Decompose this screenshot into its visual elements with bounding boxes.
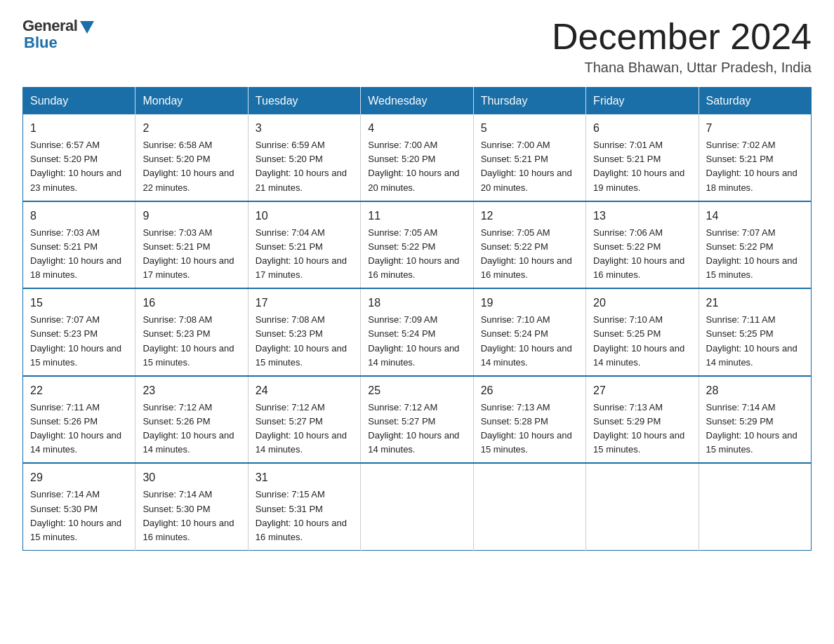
calendar-day-cell: 22 Sunrise: 7:11 AMSunset: 5:26 PMDaylig…: [23, 376, 135, 464]
calendar-week-row: 8 Sunrise: 7:03 AMSunset: 5:21 PMDayligh…: [23, 201, 812, 289]
calendar-day-cell: 27 Sunrise: 7:13 AMSunset: 5:29 PMDaylig…: [586, 376, 699, 464]
day-of-week-header: Sunday: [23, 88, 135, 115]
day-info: Sunrise: 7:12 AMSunset: 5:27 PMDaylight:…: [256, 402, 347, 455]
day-info: Sunrise: 7:03 AMSunset: 5:21 PMDaylight:…: [30, 227, 121, 280]
day-info: Sunrise: 7:11 AMSunset: 5:26 PMDaylight:…: [30, 402, 121, 455]
calendar-week-row: 29 Sunrise: 7:14 AMSunset: 5:30 PMDaylig…: [23, 463, 812, 550]
calendar-day-cell: 1 Sunrise: 6:57 AMSunset: 5:20 PMDayligh…: [23, 114, 135, 201]
calendar-day-cell: 3 Sunrise: 6:59 AMSunset: 5:20 PMDayligh…: [248, 114, 360, 201]
day-number: 19: [481, 295, 578, 311]
calendar-week-row: 15 Sunrise: 7:07 AMSunset: 5:23 PMDaylig…: [23, 288, 812, 376]
day-info: Sunrise: 7:00 AMSunset: 5:20 PMDaylight:…: [368, 140, 459, 192]
day-number: 30: [143, 469, 240, 486]
calendar-day-cell: 15 Sunrise: 7:07 AMSunset: 5:23 PMDaylig…: [23, 288, 135, 376]
day-info: Sunrise: 7:03 AMSunset: 5:21 PMDaylight:…: [143, 227, 234, 280]
day-info: Sunrise: 7:13 AMSunset: 5:29 PMDaylight:…: [593, 402, 684, 455]
calendar-day-cell: 28 Sunrise: 7:14 AMSunset: 5:29 PMDaylig…: [699, 376, 811, 464]
day-info: Sunrise: 7:07 AMSunset: 5:22 PMDaylight:…: [706, 227, 797, 280]
day-number: 3: [256, 120, 353, 137]
day-number: 2: [143, 120, 240, 137]
calendar-day-cell: 21 Sunrise: 7:11 AMSunset: 5:25 PMDaylig…: [699, 288, 811, 376]
month-title: December 2024: [552, 17, 812, 57]
location-subtitle: Thana Bhawan, Uttar Pradesh, India: [552, 60, 812, 76]
day-info: Sunrise: 7:11 AMSunset: 5:25 PMDaylight:…: [706, 314, 797, 367]
calendar-day-cell: [699, 463, 811, 550]
calendar-header-row: SundayMondayTuesdayWednesdayThursdayFrid…: [23, 88, 812, 115]
day-info: Sunrise: 7:14 AMSunset: 5:30 PMDaylight:…: [30, 489, 121, 542]
calendar-day-cell: 8 Sunrise: 7:03 AMSunset: 5:21 PMDayligh…: [23, 201, 135, 289]
day-of-week-header: Monday: [135, 88, 248, 115]
day-info: Sunrise: 6:57 AMSunset: 5:20 PMDaylight:…: [30, 140, 121, 192]
calendar-day-cell: 16 Sunrise: 7:08 AMSunset: 5:23 PMDaylig…: [135, 288, 248, 376]
calendar-day-cell: 18 Sunrise: 7:09 AMSunset: 5:24 PMDaylig…: [361, 288, 473, 376]
day-info: Sunrise: 7:15 AMSunset: 5:31 PMDaylight:…: [256, 489, 347, 542]
logo-general-text: General: [22, 17, 77, 35]
day-number: 12: [481, 208, 578, 224]
day-number: 23: [143, 382, 240, 399]
day-info: Sunrise: 7:01 AMSunset: 5:21 PMDaylight:…: [593, 140, 684, 192]
day-number: 17: [256, 295, 353, 311]
title-block: December 2024 Thana Bhawan, Uttar Prades…: [552, 17, 812, 76]
day-number: 18: [368, 295, 465, 311]
day-info: Sunrise: 7:10 AMSunset: 5:25 PMDaylight:…: [593, 314, 684, 367]
calendar-day-cell: 5 Sunrise: 7:00 AMSunset: 5:21 PMDayligh…: [473, 114, 585, 201]
day-info: Sunrise: 7:08 AMSunset: 5:23 PMDaylight:…: [143, 314, 234, 367]
day-info: Sunrise: 7:06 AMSunset: 5:22 PMDaylight:…: [593, 227, 684, 280]
calendar-day-cell: 25 Sunrise: 7:12 AMSunset: 5:27 PMDaylig…: [361, 376, 473, 464]
calendar-day-cell: 20 Sunrise: 7:10 AMSunset: 5:25 PMDaylig…: [586, 288, 699, 376]
day-info: Sunrise: 7:00 AMSunset: 5:21 PMDaylight:…: [481, 140, 572, 192]
day-info: Sunrise: 7:14 AMSunset: 5:29 PMDaylight:…: [706, 402, 797, 455]
calendar-day-cell: 30 Sunrise: 7:14 AMSunset: 5:30 PMDaylig…: [135, 463, 248, 550]
day-info: Sunrise: 7:14 AMSunset: 5:30 PMDaylight:…: [143, 489, 234, 542]
calendar-day-cell: 6 Sunrise: 7:01 AMSunset: 5:21 PMDayligh…: [586, 114, 699, 201]
day-number: 4: [368, 120, 465, 137]
calendar-day-cell: 31 Sunrise: 7:15 AMSunset: 5:31 PMDaylig…: [248, 463, 360, 550]
day-info: Sunrise: 7:12 AMSunset: 5:27 PMDaylight:…: [368, 402, 459, 455]
calendar-day-cell: 2 Sunrise: 6:58 AMSunset: 5:20 PMDayligh…: [135, 114, 248, 201]
day-number: 16: [143, 295, 240, 311]
day-number: 1: [30, 120, 128, 137]
day-number: 26: [481, 382, 578, 399]
calendar-day-cell: [473, 463, 585, 550]
day-number: 24: [256, 382, 353, 399]
day-number: 25: [368, 382, 465, 399]
calendar-day-cell: 7 Sunrise: 7:02 AMSunset: 5:21 PMDayligh…: [699, 114, 811, 201]
day-number: 29: [30, 469, 128, 486]
calendar-day-cell: 23 Sunrise: 7:12 AMSunset: 5:26 PMDaylig…: [135, 376, 248, 464]
calendar-table: SundayMondayTuesdayWednesdayThursdayFrid…: [22, 87, 812, 551]
day-number: 5: [481, 120, 578, 137]
day-number: 9: [143, 208, 240, 224]
day-of-week-header: Friday: [586, 88, 699, 115]
day-number: 27: [593, 382, 691, 399]
day-of-week-header: Saturday: [699, 88, 811, 115]
day-info: Sunrise: 7:05 AMSunset: 5:22 PMDaylight:…: [481, 227, 572, 280]
day-number: 6: [593, 120, 691, 137]
day-info: Sunrise: 7:13 AMSunset: 5:28 PMDaylight:…: [481, 402, 572, 455]
day-info: Sunrise: 7:05 AMSunset: 5:22 PMDaylight:…: [368, 227, 459, 280]
day-number: 15: [30, 295, 128, 311]
day-number: 28: [706, 382, 804, 399]
logo: General Blue: [22, 17, 94, 52]
day-number: 7: [706, 120, 804, 137]
calendar-day-cell: 29 Sunrise: 7:14 AMSunset: 5:30 PMDaylig…: [23, 463, 135, 550]
calendar-day-cell: 24 Sunrise: 7:12 AMSunset: 5:27 PMDaylig…: [248, 376, 360, 464]
day-of-week-header: Wednesday: [361, 88, 473, 115]
day-info: Sunrise: 7:09 AMSunset: 5:24 PMDaylight:…: [368, 314, 459, 367]
day-info: Sunrise: 7:10 AMSunset: 5:24 PMDaylight:…: [481, 314, 572, 367]
day-info: Sunrise: 7:12 AMSunset: 5:26 PMDaylight:…: [143, 402, 234, 455]
day-number: 14: [706, 208, 804, 224]
calendar-day-cell: 10 Sunrise: 7:04 AMSunset: 5:21 PMDaylig…: [248, 201, 360, 289]
calendar-week-row: 1 Sunrise: 6:57 AMSunset: 5:20 PMDayligh…: [23, 114, 812, 201]
logo-triangle-icon: [80, 21, 94, 34]
calendar-day-cell: 14 Sunrise: 7:07 AMSunset: 5:22 PMDaylig…: [699, 201, 811, 289]
day-info: Sunrise: 7:02 AMSunset: 5:21 PMDaylight:…: [706, 140, 797, 192]
calendar-day-cell: 12 Sunrise: 7:05 AMSunset: 5:22 PMDaylig…: [473, 201, 585, 289]
day-number: 11: [368, 208, 465, 224]
calendar-day-cell: 9 Sunrise: 7:03 AMSunset: 5:21 PMDayligh…: [135, 201, 248, 289]
day-number: 22: [30, 382, 128, 399]
day-number: 10: [256, 208, 353, 224]
day-number: 31: [256, 469, 353, 486]
day-number: 20: [593, 295, 691, 311]
day-number: 8: [30, 208, 128, 224]
calendar-day-cell: 4 Sunrise: 7:00 AMSunset: 5:20 PMDayligh…: [361, 114, 473, 201]
